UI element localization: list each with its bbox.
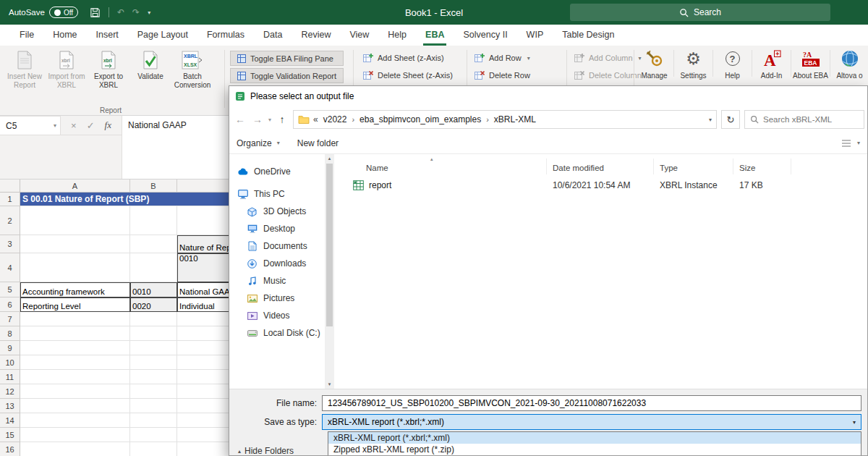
row-header-7[interactable]: 7: [0, 312, 20, 326]
scrollbar-thumb[interactable]: [326, 164, 333, 326]
cell-b3[interactable]: [130, 235, 177, 253]
cell-b9[interactable]: [130, 341, 177, 355]
undo-icon[interactable]: ↶: [117, 7, 124, 17]
ribbon-button-altova-o[interactable]: Altova o: [831, 47, 868, 80]
sidebar-item-videos[interactable]: Videos: [229, 307, 325, 324]
tab-solvency-ii[interactable]: Solvency II: [454, 25, 516, 46]
cancel-icon[interactable]: ×: [71, 120, 77, 131]
ribbon-button-add-sheet-z-axis[interactable]: Add Sheet (z-Axis): [360, 51, 456, 65]
row-header-13[interactable]: 13: [0, 399, 20, 413]
navigation-scrollbar[interactable]: ▴ ▾: [325, 154, 334, 389]
file-list-column-name[interactable]: Name▴: [347, 159, 547, 174]
cell-b5[interactable]: 0010: [130, 282, 177, 297]
row-header-1[interactable]: 1: [0, 193, 20, 206]
cell-a12[interactable]: [20, 384, 130, 399]
tab-wip[interactable]: WIP: [517, 25, 553, 46]
row-header-9[interactable]: 9: [0, 341, 20, 355]
insert-function-icon[interactable]: fx: [105, 119, 111, 131]
breadcrumb-segment-xbrl-xml[interactable]: xBRL-XML: [493, 114, 537, 124]
ribbon-button-insert-new-report[interactable]: Insert New Report: [4, 47, 45, 89]
cell-b2[interactable]: [130, 206, 177, 235]
row-header-3[interactable]: 3: [0, 235, 20, 253]
cell-a11[interactable]: [20, 370, 130, 384]
tab-page-layout[interactable]: Page Layout: [128, 25, 197, 46]
file-row-report[interactable]: report10/6/2021 10:54 AMXBRL Instance17 …: [347, 177, 867, 193]
ribbon-button-manage[interactable]: Manage: [636, 47, 673, 80]
cell-a4[interactable]: [20, 253, 130, 282]
file-name-input[interactable]: 123456789012_US_SBP010200_SBPIMVCON_2021…: [322, 395, 861, 411]
file-list-column-size[interactable]: Size: [733, 159, 791, 174]
autosave-toggle[interactable]: AutoSave Off: [9, 7, 78, 18]
quick-access-caret-icon[interactable]: ▾: [148, 9, 150, 16]
save-type-option-1[interactable]: xBRL-XML report (*.xbrl;*.xml): [328, 432, 861, 444]
ribbon-button-toggle-validation-report[interactable]: Toggle Validation Report: [230, 68, 344, 83]
breadcrumb-caret-icon[interactable]: ▾: [709, 117, 712, 123]
ribbon-button-import-from-xbrl[interactable]: xbrlImport from XBRL: [46, 47, 87, 89]
row-header-12[interactable]: 12: [0, 384, 20, 399]
ribbon-button-toggle-eba-filing-pane[interactable]: Toggle EBA Filing Pane: [230, 51, 344, 66]
row-header-4[interactable]: 4: [0, 253, 20, 282]
cell-a2[interactable]: [20, 206, 130, 235]
cell-b14[interactable]: [130, 413, 177, 428]
scroll-up-icon[interactable]: ▴: [328, 156, 331, 161]
ribbon-button-delete-sheet-z-axis[interactable]: Delete Sheet (z-Axis): [360, 68, 456, 83]
dialog-search-box[interactable]: Search xBRL-XML: [744, 110, 864, 129]
row-header-8[interactable]: 8: [0, 326, 20, 341]
ribbon-button-add-row[interactable]: Add Row▾: [472, 51, 533, 65]
row-header-16[interactable]: 16: [0, 442, 20, 456]
tab-review[interactable]: Review: [292, 25, 340, 46]
cell-a9[interactable]: [20, 341, 130, 355]
redo-icon[interactable]: ↷: [132, 7, 140, 17]
save-as-type-combo[interactable]: xBRL-XML report (*.xbrl;*.xml) ▾: [322, 414, 861, 430]
sidebar-item-3d-objects[interactable]: 3D Objects: [229, 203, 325, 220]
breadcrumb-segment-eba-sbpimvcon-oim-examples[interactable]: eba_sbpimvcon_oim_examples: [358, 114, 482, 124]
tab-help[interactable]: Help: [378, 25, 416, 46]
cell-a16[interactable]: [20, 442, 130, 456]
sidebar-item-this-pc[interactable]: This PC: [229, 185, 325, 203]
enter-icon[interactable]: ✓: [87, 120, 95, 131]
breadcrumb-segment-v2022[interactable]: v2022: [322, 114, 349, 124]
ribbon-button-export-to-xbrl[interactable]: xbrlExport to XBRL: [88, 47, 129, 89]
ribbon-button-add-in[interactable]: AAdd-In: [753, 47, 790, 80]
row-header-11[interactable]: 11: [0, 370, 20, 384]
cell-a5[interactable]: Accounting framework: [20, 282, 130, 297]
select-all-corner[interactable]: [0, 180, 20, 193]
tab-table-design[interactable]: Table Design: [553, 25, 624, 46]
breadcrumb-collapse-icon[interactable]: «: [313, 114, 318, 124]
view-mode-icon[interactable]: [841, 139, 851, 148]
refresh-button[interactable]: ↻: [721, 110, 740, 129]
save-type-option-2[interactable]: Zipped xBRL-XML report (*.zip): [328, 444, 861, 455]
cell-a7[interactable]: [20, 312, 130, 326]
autosave-switch[interactable]: Off: [49, 7, 78, 18]
view-mode-caret-icon[interactable]: ▾: [857, 140, 860, 146]
cell-a8[interactable]: [20, 326, 130, 341]
row-header-15[interactable]: 15: [0, 428, 20, 442]
row-header-6[interactable]: 6: [0, 297, 20, 312]
ribbon-button-delete-row[interactable]: Delete Row: [472, 68, 533, 83]
back-icon[interactable]: ←: [234, 114, 247, 125]
cell-b4[interactable]: [130, 253, 177, 282]
row-header-14[interactable]: 14: [0, 413, 20, 428]
save-icon[interactable]: [90, 7, 101, 18]
ribbon-button-help[interactable]: ?Help: [714, 47, 751, 80]
column-header-b[interactable]: B: [130, 180, 177, 193]
ribbon-button-settings[interactable]: ⚙Settings: [675, 47, 712, 80]
cell-a13[interactable]: [20, 399, 130, 413]
sidebar-item-desktop[interactable]: Desktop: [229, 220, 325, 237]
cell-b10[interactable]: [130, 355, 177, 370]
row-header-5[interactable]: 5: [0, 282, 20, 297]
cell-b16[interactable]: [130, 442, 177, 456]
cell-b7[interactable]: [130, 312, 177, 326]
scroll-down-icon[interactable]: ▾: [328, 381, 331, 387]
row-header-2[interactable]: 2: [0, 206, 20, 235]
row-header-10[interactable]: 10: [0, 355, 20, 370]
sidebar-item-onedrive[interactable]: OneDrive: [229, 163, 325, 180]
cell-b6[interactable]: 0020: [130, 297, 177, 312]
recent-locations-caret-icon[interactable]: ▾: [268, 117, 271, 123]
new-folder-button[interactable]: New folder: [297, 138, 339, 148]
file-list-column-type[interactable]: Type: [654, 159, 733, 174]
forward-icon[interactable]: →: [251, 114, 264, 125]
ribbon-button-batch-conversion[interactable]: XBRLXLSXBatch Conversion: [172, 47, 213, 89]
sidebar-item-documents[interactable]: Documents: [229, 237, 325, 255]
tab-view[interactable]: View: [340, 25, 378, 46]
